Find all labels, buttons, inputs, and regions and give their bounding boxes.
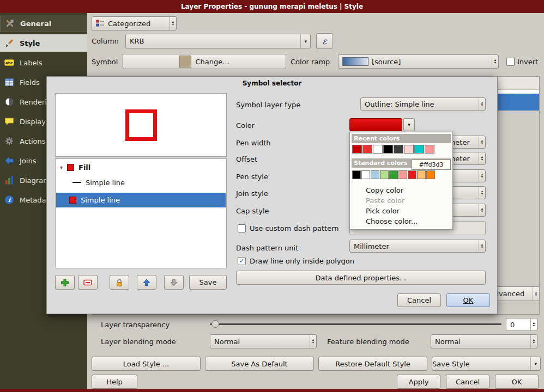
categorized-icon bbox=[96, 19, 105, 28]
color-swatch[interactable] bbox=[404, 145, 414, 154]
spinner-arrows-icon[interactable]: ▴▾ bbox=[530, 335, 537, 348]
data-defined-properties-button[interactable]: Data defined properties... bbox=[236, 271, 486, 285]
color-swatch[interactable] bbox=[398, 170, 407, 179]
add-layer-button[interactable] bbox=[55, 275, 75, 290]
menu-item-paste-color: Paste color bbox=[350, 195, 452, 206]
color-swatch[interactable] bbox=[352, 145, 362, 154]
save-symbol-button[interactable]: Save bbox=[189, 275, 227, 290]
spinner-arrows-icon[interactable]: ▴▾ bbox=[310, 335, 316, 348]
symbol-selector-dialog: Symbol selector ▾ Fill Simple line Simpl… bbox=[46, 76, 498, 314]
sidebar-item-style[interactable]: Style bbox=[0, 34, 87, 52]
join-style-label: Join style bbox=[236, 187, 268, 200]
color-ramp-value: [source] bbox=[372, 58, 401, 66]
spinner-arrows-icon[interactable]: ▴▾ bbox=[492, 55, 498, 68]
menu-item-choose-color[interactable]: Choose color... bbox=[350, 216, 452, 226]
color-swatch[interactable] bbox=[425, 145, 434, 154]
spinner-arrows-icon[interactable]: ▴▾ bbox=[479, 136, 485, 148]
symbol-preview-swatch bbox=[179, 56, 191, 68]
color-swatch[interactable] bbox=[417, 170, 426, 179]
color-swatch[interactable] bbox=[361, 170, 370, 179]
tree-item-simple-line-selected[interactable]: Simple line bbox=[56, 193, 226, 207]
expression-button[interactable]: ε bbox=[316, 33, 333, 49]
spinner-arrows-icon[interactable]: ▴▾ bbox=[479, 187, 485, 199]
dash-unit-dropdown[interactable]: Millimeter ▴▾ bbox=[349, 240, 486, 253]
save-as-default-button[interactable]: Save As Default bbox=[205, 357, 314, 371]
move-up-button[interactable] bbox=[137, 275, 156, 290]
color-swatch[interactable] bbox=[373, 145, 383, 154]
color-dropdown-button[interactable]: ▾ bbox=[403, 118, 415, 131]
spinner-arrows-icon[interactable]: ▴▾ bbox=[533, 287, 539, 301]
symbol-label: Symbol bbox=[92, 54, 118, 69]
spinner-arrows-icon[interactable]: ▴▾ bbox=[479, 204, 485, 216]
up-arrow-icon bbox=[142, 278, 151, 287]
spinner-arrows-icon[interactable]: ▴▾ bbox=[170, 17, 176, 30]
color-swatch[interactable] bbox=[394, 145, 403, 154]
spinner-arrows-icon[interactable]: ▴▾ bbox=[479, 170, 485, 182]
svg-text:abc: abc bbox=[5, 61, 13, 65]
symbol-layer-type-dropdown[interactable]: Outline: Simple line ▴▾ bbox=[360, 97, 486, 111]
color-swatch[interactable] bbox=[414, 145, 424, 154]
window-titlebar[interactable]: Layer Properties - gunung merapi meletus… bbox=[0, 0, 544, 13]
expander-icon[interactable]: ▾ bbox=[60, 164, 63, 170]
load-style-button[interactable]: Load Style ... bbox=[92, 357, 201, 371]
dropdown-arrow-icon[interactable]: ▾ bbox=[300, 34, 310, 48]
menu-item-copy-color[interactable]: Copy color bbox=[350, 185, 452, 195]
tools-icon bbox=[5, 19, 15, 28]
layer-blending-dropdown[interactable]: Normal ▴▾ bbox=[210, 334, 317, 348]
color-swatch[interactable] bbox=[383, 145, 393, 154]
color-ramp-dropdown[interactable]: [source] ▴▾ bbox=[338, 54, 499, 69]
menu-item-pick-color[interactable]: Pick color bbox=[350, 206, 452, 216]
sidebar-item-general[interactable]: General bbox=[0, 15, 87, 32]
renderer-dropdown[interactable]: Categorized ▴▾ bbox=[92, 16, 177, 30]
draw-inside-checkbox[interactable]: ✓ bbox=[238, 257, 246, 265]
ok-button[interactable]: OK bbox=[495, 375, 539, 389]
custom-dash-checkbox[interactable] bbox=[238, 224, 246, 232]
transparency-slider-handle[interactable] bbox=[211, 320, 219, 328]
save-style-button[interactable]: Save Style ▾ bbox=[432, 357, 541, 371]
color-ramp-label: Color ramp bbox=[291, 54, 330, 69]
help-button[interactable]: Help bbox=[92, 375, 137, 389]
color-swatch[interactable] bbox=[380, 170, 389, 179]
transparency-slider-track[interactable] bbox=[210, 323, 501, 325]
spinner-arrows-icon[interactable]: ▴▾ bbox=[479, 98, 485, 110]
color-swatch[interactable] bbox=[389, 170, 398, 179]
spinner-arrows-icon[interactable]: ▴▾ bbox=[479, 152, 485, 164]
custom-dash-label: Use custom dash pattern bbox=[250, 222, 339, 234]
color-swatch[interactable] bbox=[352, 170, 361, 179]
color-swatch[interactable] bbox=[371, 170, 379, 179]
line-symbol-icon bbox=[72, 182, 81, 183]
transparency-spinbox[interactable]: 0 ▴▾ bbox=[506, 318, 537, 331]
spinner-arrows-icon[interactable]: ▴▾ bbox=[530, 318, 537, 330]
color-button[interactable] bbox=[349, 118, 402, 131]
change-symbol-button[interactable]: Change... bbox=[123, 54, 286, 69]
spinner-arrows-icon[interactable]: ▴▾ bbox=[479, 240, 485, 252]
recent-colors-header: Recent colors bbox=[352, 134, 451, 143]
layer-blending-label: Layer blending mode bbox=[101, 334, 176, 348]
color-swatch[interactable] bbox=[426, 170, 435, 179]
sidebar-item-labels[interactable]: abc Labels bbox=[0, 54, 87, 71]
dropdown-arrow-icon[interactable]: ▾ bbox=[530, 357, 540, 370]
feature-blending-dropdown[interactable]: Normal ▴▾ bbox=[431, 334, 537, 348]
sidebar-item-label: Style bbox=[20, 39, 40, 47]
abc-icon: abc bbox=[4, 58, 14, 68]
color-ramp-gradient bbox=[342, 57, 368, 66]
restore-default-style-button[interactable]: Restore Default Style bbox=[318, 357, 427, 371]
move-down-button[interactable] bbox=[164, 275, 184, 290]
invert-checkbox[interactable] bbox=[506, 58, 515, 66]
color-menu: Recent colors Standard colors #ffd3d3 bbox=[349, 132, 453, 230]
apply-button[interactable]: Apply bbox=[397, 375, 440, 389]
feature-blending-value: Normal bbox=[435, 338, 461, 346]
dialog-ok-button[interactable]: OK bbox=[446, 293, 490, 307]
remove-layer-button[interactable] bbox=[78, 275, 98, 290]
lock-layer-button[interactable] bbox=[110, 275, 129, 290]
column-label: Column bbox=[92, 34, 119, 48]
color-swatch[interactable] bbox=[362, 145, 372, 154]
color-swatch[interactable] bbox=[408, 170, 416, 179]
sidebar-item-label: Actions bbox=[20, 137, 46, 145]
draw-inside-label: Draw line only inside polygon bbox=[250, 255, 354, 267]
column-dropdown[interactable]: KRB ▾ bbox=[125, 34, 311, 48]
tree-item-fill[interactable]: ▾ Fill bbox=[56, 161, 226, 174]
cancel-button[interactable]: Cancel bbox=[446, 375, 489, 389]
dialog-cancel-button[interactable]: Cancel bbox=[397, 293, 441, 307]
tree-item-simple-line[interactable]: Simple line bbox=[56, 176, 226, 188]
